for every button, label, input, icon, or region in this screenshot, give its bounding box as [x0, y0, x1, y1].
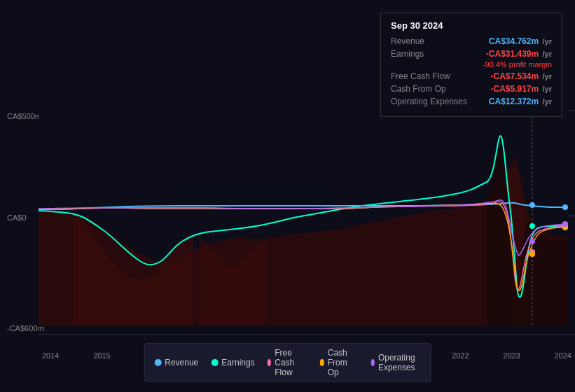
legend-label-earnings: Earnings — [221, 358, 254, 368]
legend-opex[interactable]: Operating Expenses — [370, 348, 420, 377]
tooltip-row-revenue: Revenue CA$34.762m /yr — [391, 36, 552, 46]
svg-point-5 — [529, 251, 535, 257]
tooltip-value-revenue: CA$34.762m /yr — [489, 36, 552, 46]
tooltip-value-cashfromop: -CA$5.917m /yr — [490, 84, 552, 94]
tooltip-label-opex: Operating Expenses — [391, 97, 467, 106]
tooltip-label-revenue: Revenue — [391, 36, 424, 46]
legend-dot-cashfromop — [320, 359, 324, 366]
svg-point-3 — [529, 223, 535, 229]
x-label-2024: 2024 — [554, 351, 571, 360]
legend-cashfromop[interactable]: Cash From Op — [320, 348, 358, 377]
svg-point-7 — [562, 204, 568, 210]
legend-fcf[interactable]: Free Cash Flow — [268, 348, 308, 377]
tooltip-value-fcf: -CA$7.534m /yr — [490, 71, 552, 81]
tooltip-value-opex: CA$12.372m /yr — [489, 97, 552, 106]
legend-dot-fcf — [268, 359, 272, 366]
tooltip-label-cashfromop: Cash From Op — [391, 84, 446, 94]
legend-dot-revenue — [154, 359, 161, 366]
tooltip-row-cashfromop: Cash From Op -CA$5.917m /yr — [391, 84, 552, 94]
chart-svg — [39, 108, 568, 326]
legend-dot-earnings — [211, 359, 218, 366]
legend-label-cashfromop: Cash From Op — [328, 348, 359, 377]
tooltip-value-earnings: -CA$31.439m /yr — [486, 49, 552, 59]
y-label-zero: CA$0 — [7, 214, 27, 222]
legend-label-fcf: Free Cash Flow — [275, 348, 307, 377]
x-label-2022: 2022 — [452, 351, 469, 360]
tooltip-label-fcf: Free Cash Flow — [391, 71, 450, 81]
grid-line-bottom — [39, 334, 575, 335]
x-label-2014: 2014 — [42, 351, 59, 360]
svg-point-6 — [529, 239, 535, 244]
x-label-2015: 2015 — [93, 351, 110, 360]
profit-margin: -90.4% profit margin — [391, 60, 552, 69]
legend-earnings[interactable]: Earnings — [211, 348, 254, 377]
data-tooltip: Sep 30 2024 Revenue CA$34.762m /yr Earni… — [380, 13, 562, 117]
tooltip-title: Sep 30 2024 — [391, 20, 552, 31]
x-label-2023: 2023 — [503, 351, 520, 360]
tooltip-row-fcf: Free Cash Flow -CA$7.534m /yr — [391, 71, 552, 81]
legend-label-opex: Operating Expenses — [378, 353, 421, 372]
chart-area: CA$500m CA$0 -CA$600m — [0, 108, 575, 336]
tooltip-row-earnings: Earnings -CA$31.439m /yr — [391, 49, 552, 59]
legend-dot-opex — [370, 359, 375, 366]
svg-point-11 — [562, 221, 568, 227]
y-label-top: CA$500m — [7, 112, 41, 120]
legend-label-revenue: Revenue — [165, 358, 198, 368]
svg-point-2 — [529, 202, 535, 208]
tooltip-label-earnings: Earnings — [391, 49, 424, 59]
tooltip-row-opex: Operating Expenses CA$12.372m /yr — [391, 97, 552, 106]
chart-legend: Revenue Earnings Free Cash Flow Cash Fro… — [144, 343, 431, 382]
legend-revenue[interactable]: Revenue — [154, 348, 198, 377]
